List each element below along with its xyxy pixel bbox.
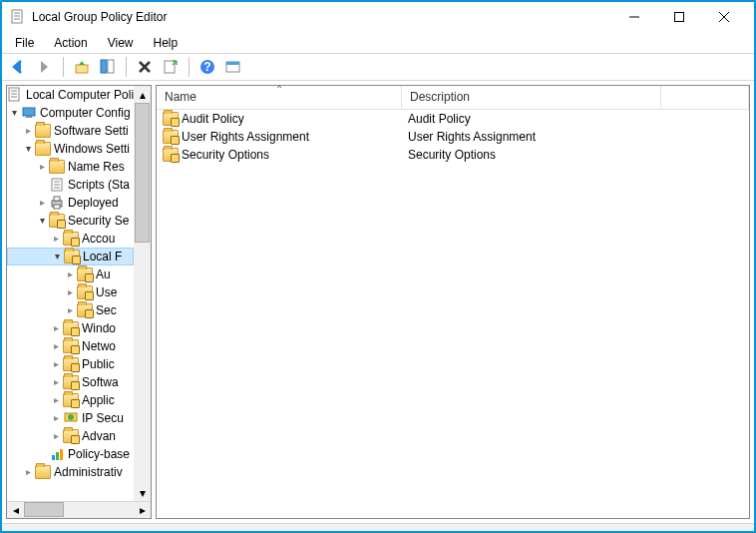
back-button[interactable] [8,56,30,78]
toolbar-separator [63,57,64,77]
tree-item-label: Scripts (Sta [68,178,130,192]
expand-icon[interactable] [63,305,77,315]
expand-icon[interactable] [49,413,63,423]
list-panel: Name Description Audit PolicyAudit Polic… [156,85,750,519]
tree-item-label: Use [96,285,117,299]
tree-item[interactable]: Use [7,283,134,301]
tree-item-label: Administrativ [54,465,123,479]
tree-item[interactable]: Administrativ [7,463,134,481]
tree-item[interactable]: Sec [7,301,134,319]
tree-body[interactable]: Local Computer PolicComputer ConfigSoftw… [7,86,151,501]
list-body[interactable]: Audit PolicyAudit PolicyUser Rights Assi… [157,110,749,518]
tree-item[interactable]: Name Res [7,158,134,176]
list-header: Name Description [157,86,749,110]
scroll-thumb[interactable] [135,103,150,243]
tree-item[interactable]: Scripts (Sta [7,176,134,194]
scroll-right-icon[interactable]: ▸ [134,502,151,519]
list-item-name: User Rights Assignment [182,130,309,144]
expand-icon[interactable] [49,431,63,441]
tree-item-label: Local Computer Polic [26,88,140,102]
export-button[interactable] [160,56,182,78]
expand-icon[interactable] [63,287,77,297]
tree-item[interactable]: Policy-base [7,445,134,463]
menu-view[interactable]: View [105,34,137,52]
tree-item-label: Software Setti [54,124,129,138]
tree-item[interactable]: Software Setti [7,122,134,140]
menu-action[interactable]: Action [51,34,90,52]
tree-item[interactable]: Accou [7,230,134,248]
column-header-description[interactable]: Description [402,86,661,109]
list-item[interactable]: Audit PolicyAudit Policy [157,110,749,128]
list-item[interactable]: User Rights AssignmentUser Rights Assign… [157,128,749,146]
tree-item-label: IP Secu [82,411,124,425]
expand-icon[interactable] [35,216,49,226]
expand-icon[interactable] [7,108,21,118]
toolbar [2,53,754,81]
tree-item[interactable]: Security Se [7,212,134,230]
tree-item[interactable]: Computer Config [7,104,134,122]
tree-item-label: Netwo [82,339,116,353]
tree-item[interactable]: Public [7,355,134,373]
tree-item[interactable]: Softwa [7,373,134,391]
tree-horizontal-scrollbar[interactable]: ◂ ▸ [7,501,151,518]
expand-icon[interactable] [35,198,49,208]
tree-vertical-scrollbar[interactable]: ▴ ▾ [134,86,151,501]
expand-icon[interactable] [21,467,35,477]
tree-item[interactable]: Advan [7,427,134,445]
list-item-description: Audit Policy [408,112,471,126]
expand-icon[interactable] [63,269,77,279]
tree-item[interactable]: Windo [7,319,134,337]
help-button[interactable] [196,56,218,78]
properties-button[interactable] [97,56,119,78]
up-button[interactable] [71,56,93,78]
tree-item[interactable]: IP Secu [7,409,134,427]
tree-item[interactable]: Au [7,266,134,283]
tree-item[interactable]: Local Computer Polic [7,86,134,104]
expand-icon[interactable] [21,144,35,154]
close-button[interactable] [701,3,746,31]
app-icon [10,9,26,25]
minimize-button[interactable] [611,3,656,31]
forward-button[interactable] [34,56,56,78]
tree-item-label: Applic [82,393,115,407]
toolbar-separator [126,57,127,77]
scroll-down-icon[interactable]: ▾ [134,484,151,501]
tree-item-label: Softwa [82,375,119,389]
statusbar [2,523,754,531]
tree-item-label: Policy-base [68,447,130,461]
expand-icon[interactable] [49,341,63,351]
tree-item-label: Sec [96,303,117,317]
tree-item[interactable]: Windows Setti [7,140,134,158]
scroll-up-icon[interactable]: ▴ [134,86,151,103]
scroll-thumb[interactable] [24,502,64,517]
menubar: File Action View Help [2,32,754,53]
expand-icon[interactable] [49,359,63,369]
maximize-button[interactable] [656,3,701,31]
expand-icon[interactable] [49,234,63,244]
tree-item[interactable]: Netwo [7,337,134,355]
showhide-button[interactable] [222,56,244,78]
svg-rect-24 [674,13,683,22]
folder-lock-icon [163,148,179,162]
expand-icon[interactable] [50,252,64,262]
tree-item-label: Public [82,357,115,371]
list-item[interactable]: Security OptionsSecurity Options [157,146,749,164]
tree-item[interactable]: Applic [7,391,134,409]
tree-item-label: Computer Config [40,106,131,120]
tree-item[interactable]: Local F [7,248,134,266]
tree-item-label: Deployed [68,196,119,210]
expand-icon[interactable] [21,126,35,136]
scroll-left-icon[interactable]: ◂ [7,502,24,519]
expand-icon[interactable] [49,377,63,387]
expand-icon[interactable] [35,162,49,172]
column-header-blank[interactable] [661,86,749,109]
titlebar: Local Group Policy Editor [2,2,754,32]
menu-help[interactable]: Help [151,34,182,52]
column-header-name[interactable]: Name [157,86,402,109]
expand-icon[interactable] [49,395,63,405]
expand-icon[interactable] [49,323,63,333]
menu-file[interactable]: File [12,34,37,52]
tree-item[interactable]: Deployed [7,194,134,212]
tree-item-label: Name Res [68,160,125,174]
delete-button[interactable] [134,56,156,78]
